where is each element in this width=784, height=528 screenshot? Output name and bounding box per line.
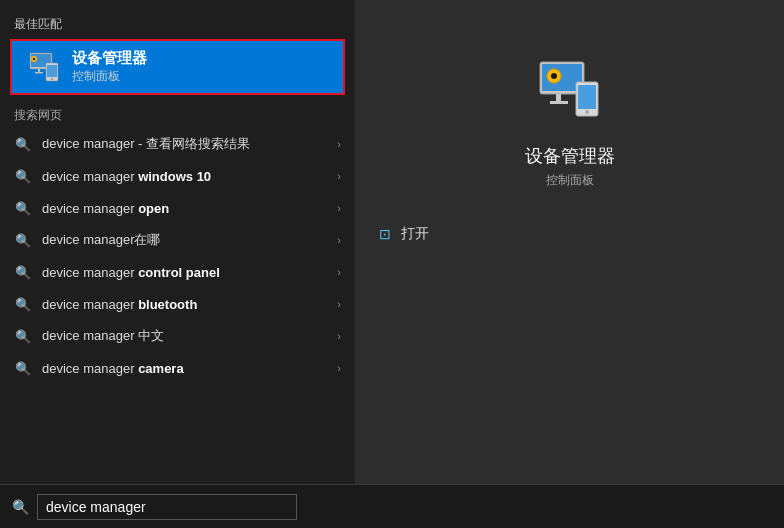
best-match-subtitle: 控制面板 xyxy=(72,68,147,85)
open-window-icon: ⊡ xyxy=(379,226,391,242)
search-input[interactable] xyxy=(37,494,297,520)
svg-rect-11 xyxy=(556,94,561,101)
svg-point-15 xyxy=(585,110,589,114)
right-panel: 设备管理器 控制面板 ⊡ 打开 xyxy=(355,0,784,484)
left-panel: 最佳匹配 xyxy=(0,0,355,484)
search-box-container: 🔍 xyxy=(0,484,784,528)
svg-point-17 xyxy=(551,73,557,79)
chevron-right-icon: › xyxy=(337,266,341,278)
app-title-large: 设备管理器 xyxy=(525,144,615,168)
list-item[interactable]: 🔍 device manager - 查看网络搜索结果 › xyxy=(0,128,355,160)
item-label-bt: device manager bluetooth xyxy=(42,297,333,312)
best-match-label: 最佳匹配 xyxy=(0,12,355,39)
svg-rect-3 xyxy=(35,72,43,74)
chevron-right-icon: › xyxy=(337,362,341,374)
item-label-cp: device manager control panel xyxy=(42,265,333,280)
chevron-right-icon: › xyxy=(337,298,341,310)
search-box-icon: 🔍 xyxy=(12,499,29,515)
item-label-web: device manager - 查看网络搜索结果 xyxy=(42,135,333,153)
svg-rect-5 xyxy=(47,65,57,77)
list-item[interactable]: 🔍 device manager windows 10 › xyxy=(0,160,355,192)
open-action-label[interactable]: 打开 xyxy=(401,225,429,243)
list-item[interactable]: 🔍 device manager camera › xyxy=(0,352,355,384)
list-item[interactable]: 🔍 device manager bluetooth › xyxy=(0,288,355,320)
svg-rect-14 xyxy=(578,85,596,109)
search-loop-icon: 🔍 xyxy=(14,231,32,249)
svg-point-6 xyxy=(51,78,53,80)
search-loop-icon: 🔍 xyxy=(14,327,32,345)
list-item[interactable]: 🔍 device manager在哪 › xyxy=(0,224,355,256)
item-label-zanar: device manager在哪 xyxy=(42,231,333,249)
action-row-open: ⊡ 打开 xyxy=(355,217,784,251)
svg-rect-12 xyxy=(550,101,568,104)
search-loop-icon: 🔍 xyxy=(14,199,32,217)
search-loop-icon: 🔍 xyxy=(14,167,32,185)
search-loop-icon: 🔍 xyxy=(14,295,32,313)
app-subtitle-large: 控制面板 xyxy=(546,172,594,189)
search-loop-icon: 🔍 xyxy=(14,359,32,377)
chevron-right-icon: › xyxy=(337,138,341,150)
web-search-label: 搜索网页 xyxy=(0,103,355,128)
item-label-camera: device manager camera xyxy=(42,361,333,376)
item-label-cn: device manager 中文 xyxy=(42,327,333,345)
chevron-right-icon: › xyxy=(337,234,341,246)
chevron-right-icon: › xyxy=(337,170,341,182)
chevron-right-icon: › xyxy=(337,202,341,214)
search-loop-icon: 🔍 xyxy=(14,135,32,153)
best-match-item[interactable]: 设备管理器 控制面板 xyxy=(10,39,345,95)
svg-rect-2 xyxy=(38,69,40,72)
best-match-text: 设备管理器 控制面板 xyxy=(72,49,147,85)
list-item[interactable]: 🔍 device manager open › xyxy=(0,192,355,224)
list-item[interactable]: 🔍 device manager 中文 › xyxy=(0,320,355,352)
best-match-icon xyxy=(26,49,62,85)
app-icon-large xyxy=(530,50,610,130)
svg-point-8 xyxy=(33,58,35,60)
item-label-open: device manager open xyxy=(42,201,333,216)
list-item[interactable]: 🔍 device manager control panel › xyxy=(0,256,355,288)
item-label-win10: device manager windows 10 xyxy=(42,169,333,184)
search-loop-icon: 🔍 xyxy=(14,263,32,281)
chevron-right-icon: › xyxy=(337,330,341,342)
best-match-title: 设备管理器 xyxy=(72,49,147,68)
